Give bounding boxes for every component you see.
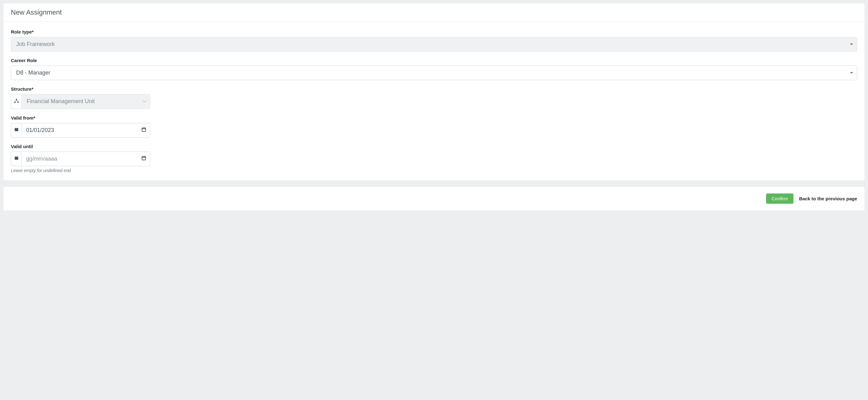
career-role-select-wrap: D8 - Manager [11,66,857,80]
structure-input-group: Financial Management Unit [11,94,150,109]
valid-from-input[interactable] [22,123,150,138]
form-group-structure: Structure* Financial Management Uni [11,86,857,109]
assignment-form-card: New Assignment Role type* Job Framework … [3,3,865,181]
svg-rect-2 [18,102,19,103]
structure-label: Structure* [11,86,857,92]
form-group-valid-from: Valid from* [11,115,857,138]
valid-until-input-wrap [22,152,150,166]
svg-rect-1 [14,102,16,103]
card-body: Role type* Job Framework Career Role D8 … [3,22,865,180]
structure-select[interactable]: Financial Management Unit [22,94,150,109]
calendar-icon [14,156,19,162]
actions-body: Confirm Back to the previous page [3,187,865,210]
org-chart-icon [14,98,19,105]
structure-addon[interactable] [11,94,22,109]
role-type-select[interactable]: Job Framework [11,37,857,52]
valid-until-addon [11,152,22,166]
form-group-role-type: Role type* Job Framework [11,29,857,52]
form-group-valid-until: Valid until [11,144,857,173]
structure-select-wrap: Financial Management Unit [22,94,150,109]
back-link[interactable]: Back to the previous page [799,196,857,201]
valid-until-label: Valid until [11,144,857,149]
svg-rect-8 [14,157,18,160]
svg-rect-5 [15,128,16,129]
svg-rect-6 [17,128,18,129]
calendar-icon [14,127,19,133]
page-title: New Assignment [11,8,857,16]
svg-rect-9 [15,156,16,157]
valid-from-label: Valid from* [11,115,857,121]
svg-rect-0 [16,99,17,100]
valid-until-input[interactable] [22,152,150,166]
valid-until-input-group [11,152,150,166]
actions-card: Confirm Back to the previous page [3,186,865,211]
career-role-label: Career Role [11,58,857,63]
valid-from-input-wrap [22,123,150,138]
form-group-career-role: Career Role D8 - Manager [11,58,857,80]
career-role-select[interactable]: D8 - Manager [11,66,857,80]
card-header: New Assignment [3,3,865,22]
valid-until-help: Leave empty for undefined end [11,168,857,173]
confirm-button[interactable]: Confirm [766,194,794,204]
valid-from-addon [11,123,22,138]
role-type-label: Role type* [11,29,857,34]
valid-from-input-group [11,123,150,138]
role-type-select-wrap: Job Framework [11,37,857,52]
svg-rect-10 [17,156,18,157]
